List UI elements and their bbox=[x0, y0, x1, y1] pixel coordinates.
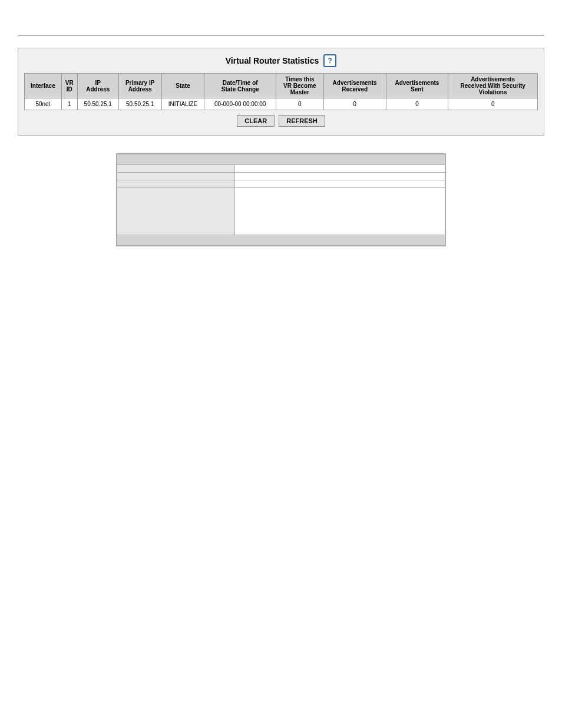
col-header-adv-sent: AdvertisementsSent bbox=[386, 74, 448, 98]
col-header-adv-received: AdvertisementsReceived bbox=[323, 74, 386, 98]
col-header-interface: Interface bbox=[25, 74, 62, 98]
lower-value-tall bbox=[235, 188, 445, 235]
page-wrapper: Virtual Router Statistics ? Interface VR… bbox=[0, 35, 562, 728]
lower-value-3 bbox=[235, 180, 445, 188]
cell-primary-ip: 50.50.25.1 bbox=[118, 98, 161, 110]
lower-label-1 bbox=[117, 165, 235, 173]
col-header-times-master: Times thisVR BecomeMaster bbox=[276, 74, 324, 98]
main-panel: Virtual Router Statistics ? Interface VR… bbox=[18, 48, 544, 136]
col-header-vrid: VRID bbox=[61, 74, 77, 98]
cell-adv-received: 0 bbox=[323, 98, 386, 110]
top-rule bbox=[18, 35, 544, 36]
lower-row-3 bbox=[117, 180, 445, 188]
lower-row-2 bbox=[117, 173, 445, 180]
col-header-adv-security: AdvertisementsReceived With SecurityViol… bbox=[448, 74, 538, 98]
lower-header-row bbox=[117, 154, 445, 165]
lower-footer-cell bbox=[117, 235, 445, 246]
lower-value-2 bbox=[235, 173, 445, 180]
cell-adv-sent: 0 bbox=[386, 98, 448, 110]
refresh-button[interactable]: REFRESH bbox=[279, 115, 325, 127]
lower-table bbox=[117, 154, 445, 246]
cell-adv-security: 0 bbox=[448, 98, 538, 110]
lower-label-tall bbox=[117, 188, 235, 235]
help-icon[interactable]: ? bbox=[323, 54, 336, 67]
button-row: CLEAR REFRESH bbox=[24, 110, 538, 129]
panel-title-row: Virtual Router Statistics ? bbox=[24, 54, 538, 67]
col-header-datetime: Date/Time ofState Change bbox=[204, 74, 276, 98]
cell-times-master: 0 bbox=[276, 98, 324, 110]
col-header-ip: IPAddress bbox=[77, 74, 118, 98]
lower-row-tall bbox=[117, 188, 445, 235]
cell-ip: 50.50.25.1 bbox=[77, 98, 118, 110]
cell-vrid: 1 bbox=[61, 98, 77, 110]
cell-interface: 50net bbox=[25, 98, 62, 110]
cell-state: INITIALIZE bbox=[161, 98, 204, 110]
lower-value-1 bbox=[235, 165, 445, 173]
lower-label-3 bbox=[117, 180, 235, 188]
panel-title: Virtual Router Statistics bbox=[226, 56, 319, 65]
lower-row-1 bbox=[117, 165, 445, 173]
lower-label-2 bbox=[117, 173, 235, 180]
table-row: 50net 1 50.50.25.1 50.50.25.1 INITIALIZE… bbox=[25, 98, 538, 110]
clear-button[interactable]: CLEAR bbox=[237, 115, 275, 127]
col-header-primary-ip: Primary IPAddress bbox=[118, 74, 161, 98]
lower-header-cell bbox=[117, 154, 445, 165]
stats-table: Interface VRID IPAddress Primary IPAddre… bbox=[24, 73, 538, 110]
col-header-state: State bbox=[161, 74, 204, 98]
cell-datetime: 00-000-00 00:00:00 bbox=[204, 98, 276, 110]
lower-footer-row bbox=[117, 235, 445, 246]
lower-panel bbox=[116, 153, 446, 246]
table-header-row: Interface VRID IPAddress Primary IPAddre… bbox=[25, 74, 538, 98]
